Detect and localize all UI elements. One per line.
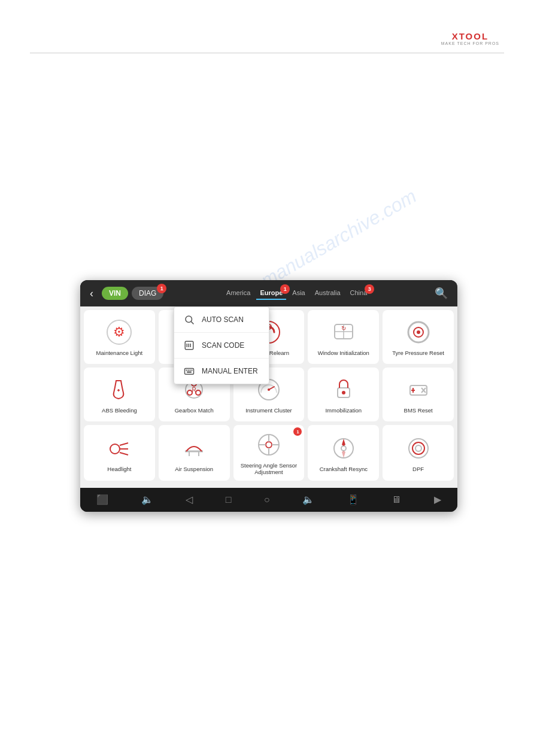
scan-code-item[interactable]: SCAN CODE — [174, 333, 269, 359]
window-init-icon: ↻ — [330, 318, 357, 346]
svg-line-1 — [191, 321, 193, 324]
region-tabs: AmericaEurope1AsiaAustraliaChina3 — [167, 287, 426, 300]
vin-button-wrapper: VIN — [102, 287, 128, 300]
cell-crankshaft-resync[interactable]: Crankshaft Resync — [308, 425, 379, 481]
svg-point-57 — [415, 445, 421, 451]
xtool-logo: XTOOL MAKE TECH FOR PROS — [441, 31, 499, 45]
back-button[interactable]: ‹ — [85, 285, 98, 302]
svg-point-27 — [196, 390, 201, 395]
diag-badge: 1 — [157, 284, 166, 293]
immobilization-label: Immobilization — [325, 407, 362, 414]
crankshaft-resync-icon — [330, 435, 357, 462]
dropdown-menu: AUTO SCAN SCAN CODE MANUAL — [174, 306, 269, 384]
dpf-icon — [405, 435, 432, 462]
tab-badge-china: 3 — [365, 284, 374, 294]
window-init-label: Window Initialization — [318, 350, 369, 356]
svg-text:R: R — [192, 387, 196, 393]
auto-scan-item[interactable]: AUTO SCAN — [174, 307, 269, 333]
phone-icon[interactable]: 📱 — [347, 494, 359, 505]
scan-code-icon — [183, 339, 196, 352]
cell-tyre-pressure[interactable]: Tyre Pressure Reset — [383, 310, 454, 364]
maintenance-light-label: Maintenance Light — [96, 350, 143, 356]
cell-abs-bleeding[interactable]: ABS Bleeding — [84, 368, 155, 421]
abs-bleeding-icon — [105, 376, 133, 403]
top-divider — [30, 53, 504, 53]
camera-icon[interactable]: ⬛ — [96, 494, 108, 505]
immobilization-icon — [330, 376, 357, 403]
air-suspension-label: Air Suspension — [175, 466, 213, 472]
crankshaft-resync-label: Crankshaft Resync — [320, 466, 368, 472]
svg-line-41 — [120, 443, 128, 445]
nav-tab-asia[interactable]: Asia — [289, 287, 308, 300]
diag-button-wrapper: DIAG 1 — [132, 287, 163, 300]
svg-text:⚙: ⚙ — [113, 324, 125, 339]
headlight-label: Headlight — [107, 466, 131, 472]
svg-point-34 — [342, 391, 345, 394]
air-suspension-icon — [180, 435, 208, 462]
bms-reset-label: BMS Reset — [404, 407, 433, 414]
manual-enter-icon — [183, 365, 196, 378]
auto-scan-icon — [183, 313, 196, 326]
svg-point-0 — [186, 316, 192, 323]
cell-headlight[interactable]: Headlight — [84, 425, 155, 481]
scan-code-label: SCAN CODE — [202, 341, 244, 350]
monitor-icon[interactable]: 🖥 — [392, 494, 401, 505]
headlight-icon — [105, 435, 133, 462]
cell-immobilization[interactable]: Immobilization — [308, 368, 379, 421]
play-icon[interactable]: ▶ — [434, 494, 441, 505]
steering-angle-label: Steering Angle Sensor Adjustment — [236, 462, 302, 476]
tyre-pressure-icon — [405, 318, 432, 346]
speaker-icon[interactable]: 🔈 — [302, 494, 314, 505]
gearbox-match-label: Gearbox Match — [175, 407, 214, 414]
maintenance-light-icon: ⚙ — [105, 318, 133, 346]
device-screen: ‹ VIN DIAG 1 AmericaEurope1AsiaAustralia… — [80, 280, 457, 512]
svg-point-40 — [110, 444, 120, 454]
back-icon[interactable]: ◁ — [186, 494, 193, 505]
cell-air-suspension[interactable]: Air Suspension — [159, 425, 230, 481]
cell-steering-angle[interactable]: 1 Steering Angle Sensor Adjustment — [233, 425, 305, 481]
nav-tab-australia[interactable]: Australia — [311, 287, 344, 300]
nav-tab-america[interactable]: America — [223, 287, 254, 300]
nav-tab-china[interactable]: China3 — [347, 287, 371, 300]
bottom-toolbar: ⬛ 🔈 ◁ □ ○ 🔈 📱 🖥 ▶ — [80, 488, 457, 512]
grid-row-2: Headlight Air Suspension1 Steering Angle… — [84, 425, 454, 481]
vin-button[interactable]: VIN — [102, 287, 128, 300]
svg-point-32 — [268, 388, 270, 391]
svg-point-54 — [341, 446, 346, 451]
cell-dpf[interactable]: DPF — [383, 425, 454, 481]
manual-enter-item[interactable]: MANUAL ENTER — [174, 359, 269, 384]
cell-maintenance-light[interactable]: ⚙ Maintenance Light — [84, 310, 155, 364]
cell-bms-reset[interactable]: BMS Reset — [383, 368, 454, 421]
home-circle-icon[interactable]: ○ — [264, 494, 270, 505]
nav-bar: ‹ VIN DIAG 1 AmericaEurope1AsiaAustralia… — [80, 280, 457, 306]
svg-point-55 — [409, 439, 428, 458]
dpf-label: DPF — [412, 466, 424, 472]
steering-angle-icon — [255, 431, 283, 459]
abs-bleeding-label: ABS Bleeding — [102, 407, 137, 414]
watermark: manualsarchive.com — [257, 185, 420, 292]
brand-name: XTOOL — [441, 31, 499, 41]
tyre-pressure-label: Tyre Pressure Reset — [392, 350, 444, 356]
svg-line-43 — [120, 453, 128, 455]
home-square-icon[interactable]: □ — [226, 494, 232, 505]
bms-reset-icon — [405, 376, 432, 403]
svg-point-56 — [412, 442, 424, 454]
volume-icon[interactable]: 🔈 — [141, 494, 153, 505]
cell-badge-steering-angle: 1 — [293, 427, 302, 436]
instrument-cluster-label: Instrument Cluster — [245, 407, 292, 414]
svg-text:↻: ↻ — [341, 325, 346, 332]
svg-point-48 — [266, 442, 272, 448]
brand-subtitle: MAKE TECH FOR PROS — [441, 41, 499, 45]
cell-window-init[interactable]: ↻ Window Initialization — [308, 310, 379, 364]
auto-scan-label: AUTO SCAN — [202, 315, 244, 324]
manual-enter-label: MANUAL ENTER — [202, 367, 258, 375]
svg-point-24 — [417, 330, 420, 334]
search-button[interactable]: 🔍 — [430, 284, 453, 302]
nav-tab-europe[interactable]: Europe1 — [256, 287, 286, 300]
